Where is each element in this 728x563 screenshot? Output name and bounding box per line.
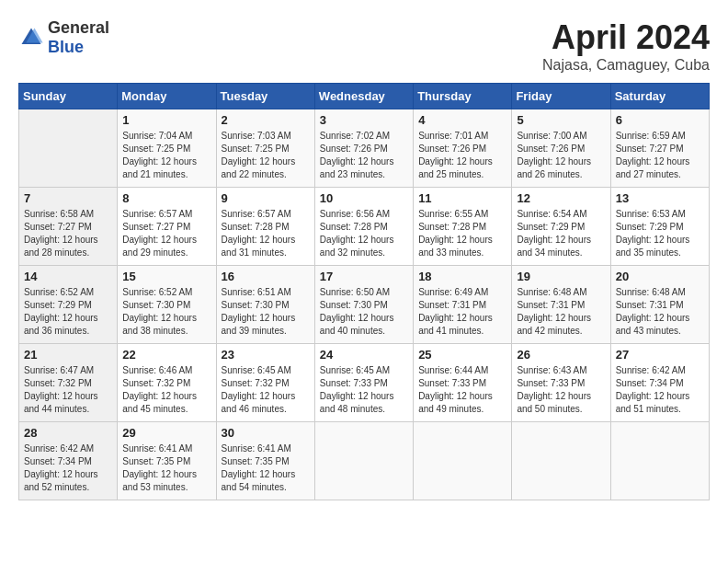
day-number: 8 <box>122 191 210 205</box>
day-number: 27 <box>616 348 704 362</box>
calendar-cell: 14Sunrise: 6:52 AMSunset: 7:29 PMDayligh… <box>19 266 118 344</box>
day-info: Sunrise: 6:58 AMSunset: 7:27 PMDaylight:… <box>24 208 112 259</box>
calendar-week-row: 14Sunrise: 6:52 AMSunset: 7:29 PMDayligh… <box>19 266 710 344</box>
calendar-cell: 8Sunrise: 6:57 AMSunset: 7:27 PMDaylight… <box>118 188 216 266</box>
page-header: General Blue April 2024 Najasa, Camaguey… <box>18 18 710 74</box>
calendar-cell: 4Sunrise: 7:01 AMSunset: 7:26 PMDaylight… <box>414 109 512 188</box>
calendar-title: April 2024 <box>542 18 710 57</box>
day-info: Sunrise: 6:53 AMSunset: 7:29 PMDaylight:… <box>616 208 704 259</box>
weekday-header-saturday: Saturday <box>610 84 709 109</box>
day-number: 23 <box>222 348 310 362</box>
day-number: 15 <box>122 270 210 283</box>
day-number: 7 <box>24 191 112 205</box>
day-number: 4 <box>418 113 506 127</box>
day-info: Sunrise: 6:49 AMSunset: 7:31 PMDaylight:… <box>418 286 506 338</box>
calendar-cell: 12Sunrise: 6:54 AMSunset: 7:29 PMDayligh… <box>512 188 610 266</box>
day-number: 10 <box>320 191 408 205</box>
calendar-cell <box>610 422 709 500</box>
logo: General Blue <box>18 18 109 57</box>
calendar-week-row: 28Sunrise: 6:42 AMSunset: 7:34 PMDayligh… <box>19 422 710 500</box>
day-number: 16 <box>222 270 310 283</box>
day-info: Sunrise: 6:41 AMSunset: 7:35 PMDaylight:… <box>222 442 310 494</box>
calendar-cell: 10Sunrise: 6:56 AMSunset: 7:28 PMDayligh… <box>314 188 413 266</box>
day-info: Sunrise: 6:45 AMSunset: 7:32 PMDaylight:… <box>222 364 310 416</box>
calendar-cell: 28Sunrise: 6:42 AMSunset: 7:34 PMDayligh… <box>19 422 118 500</box>
day-number: 11 <box>418 191 506 205</box>
day-number: 17 <box>320 270 408 283</box>
calendar-cell: 13Sunrise: 6:53 AMSunset: 7:29 PMDayligh… <box>610 188 709 266</box>
day-number: 21 <box>24 348 112 362</box>
calendar-cell: 22Sunrise: 6:46 AMSunset: 7:32 PMDayligh… <box>118 344 216 422</box>
calendar-cell: 7Sunrise: 6:58 AMSunset: 7:27 PMDaylight… <box>19 188 118 266</box>
weekday-header-monday: Monday <box>118 84 216 109</box>
day-number: 2 <box>222 113 310 127</box>
day-info: Sunrise: 6:44 AMSunset: 7:33 PMDaylight:… <box>418 364 506 416</box>
day-info: Sunrise: 7:03 AMSunset: 7:25 PMDaylight:… <box>222 130 310 181</box>
day-info: Sunrise: 6:42 AMSunset: 7:34 PMDaylight:… <box>24 442 112 494</box>
calendar-cell <box>19 109 118 188</box>
day-number: 6 <box>616 113 704 127</box>
day-info: Sunrise: 6:48 AMSunset: 7:31 PMDaylight:… <box>517 286 605 338</box>
day-info: Sunrise: 6:56 AMSunset: 7:28 PMDaylight:… <box>320 208 408 259</box>
calendar-cell: 3Sunrise: 7:02 AMSunset: 7:26 PMDaylight… <box>314 109 413 188</box>
calendar-cell: 5Sunrise: 7:00 AMSunset: 7:26 PMDaylight… <box>512 109 610 188</box>
calendar-cell: 18Sunrise: 6:49 AMSunset: 7:31 PMDayligh… <box>414 266 512 344</box>
calendar-week-row: 21Sunrise: 6:47 AMSunset: 7:32 PMDayligh… <box>19 344 710 422</box>
day-info: Sunrise: 6:51 AMSunset: 7:30 PMDaylight:… <box>222 286 310 338</box>
day-info: Sunrise: 6:55 AMSunset: 7:28 PMDaylight:… <box>418 208 506 259</box>
day-number: 5 <box>517 113 605 127</box>
day-number: 20 <box>616 270 704 283</box>
calendar-cell: 25Sunrise: 6:44 AMSunset: 7:33 PMDayligh… <box>414 344 512 422</box>
calendar-location: Najasa, Camaguey, Cuba <box>542 57 710 74</box>
day-info: Sunrise: 6:59 AMSunset: 7:27 PMDaylight:… <box>616 130 704 181</box>
day-info: Sunrise: 6:50 AMSunset: 7:30 PMDaylight:… <box>320 286 408 338</box>
calendar-cell <box>414 422 512 500</box>
weekday-header-thursday: Thursday <box>414 84 512 109</box>
logo-icon <box>18 25 44 51</box>
title-block: April 2024 Najasa, Camaguey, Cuba <box>542 18 710 74</box>
day-info: Sunrise: 7:01 AMSunset: 7:26 PMDaylight:… <box>418 130 506 181</box>
day-number: 24 <box>320 348 408 362</box>
day-number: 26 <box>517 348 605 362</box>
calendar-cell: 24Sunrise: 6:45 AMSunset: 7:33 PMDayligh… <box>314 344 413 422</box>
calendar-week-row: 1Sunrise: 7:04 AMSunset: 7:25 PMDaylight… <box>19 109 710 188</box>
day-number: 9 <box>222 191 310 205</box>
weekday-header-row: SundayMondayTuesdayWednesdayThursdayFrid… <box>19 84 710 109</box>
calendar-cell: 1Sunrise: 7:04 AMSunset: 7:25 PMDaylight… <box>118 109 216 188</box>
logo-blue-text: Blue <box>48 38 84 56</box>
weekday-header-tuesday: Tuesday <box>216 84 314 109</box>
day-number: 30 <box>222 426 310 440</box>
day-number: 12 <box>517 191 605 205</box>
weekday-header-wednesday: Wednesday <box>314 84 413 109</box>
calendar-cell: 23Sunrise: 6:45 AMSunset: 7:32 PMDayligh… <box>216 344 314 422</box>
day-info: Sunrise: 6:47 AMSunset: 7:32 PMDaylight:… <box>24 364 112 416</box>
calendar-cell: 16Sunrise: 6:51 AMSunset: 7:30 PMDayligh… <box>216 266 314 344</box>
day-info: Sunrise: 6:43 AMSunset: 7:33 PMDaylight:… <box>517 364 605 416</box>
calendar-cell: 6Sunrise: 6:59 AMSunset: 7:27 PMDaylight… <box>610 109 709 188</box>
calendar-cell <box>512 422 610 500</box>
calendar-cell: 26Sunrise: 6:43 AMSunset: 7:33 PMDayligh… <box>512 344 610 422</box>
day-info: Sunrise: 7:02 AMSunset: 7:26 PMDaylight:… <box>320 130 408 181</box>
day-info: Sunrise: 6:54 AMSunset: 7:29 PMDaylight:… <box>517 208 605 259</box>
day-info: Sunrise: 6:52 AMSunset: 7:30 PMDaylight:… <box>122 286 210 338</box>
calendar-cell: 20Sunrise: 6:48 AMSunset: 7:31 PMDayligh… <box>610 266 709 344</box>
calendar-cell: 21Sunrise: 6:47 AMSunset: 7:32 PMDayligh… <box>19 344 118 422</box>
calendar-week-row: 7Sunrise: 6:58 AMSunset: 7:27 PMDaylight… <box>19 188 710 266</box>
day-info: Sunrise: 6:42 AMSunset: 7:34 PMDaylight:… <box>616 364 704 416</box>
calendar-cell: 27Sunrise: 6:42 AMSunset: 7:34 PMDayligh… <box>610 344 709 422</box>
day-info: Sunrise: 6:45 AMSunset: 7:33 PMDaylight:… <box>320 364 408 416</box>
day-number: 28 <box>24 426 112 440</box>
day-info: Sunrise: 6:48 AMSunset: 7:31 PMDaylight:… <box>616 286 704 338</box>
calendar-table: SundayMondayTuesdayWednesdayThursdayFrid… <box>18 83 710 500</box>
calendar-cell: 19Sunrise: 6:48 AMSunset: 7:31 PMDayligh… <box>512 266 610 344</box>
day-number: 13 <box>616 191 704 205</box>
day-info: Sunrise: 6:46 AMSunset: 7:32 PMDaylight:… <box>122 364 210 416</box>
day-number: 1 <box>122 113 210 127</box>
calendar-cell: 29Sunrise: 6:41 AMSunset: 7:35 PMDayligh… <box>118 422 216 500</box>
day-number: 29 <box>122 426 210 440</box>
calendar-cell: 17Sunrise: 6:50 AMSunset: 7:30 PMDayligh… <box>314 266 413 344</box>
day-info: Sunrise: 7:04 AMSunset: 7:25 PMDaylight:… <box>122 130 210 181</box>
calendar-cell: 2Sunrise: 7:03 AMSunset: 7:25 PMDaylight… <box>216 109 314 188</box>
day-info: Sunrise: 6:52 AMSunset: 7:29 PMDaylight:… <box>24 286 112 338</box>
calendar-cell: 15Sunrise: 6:52 AMSunset: 7:30 PMDayligh… <box>118 266 216 344</box>
